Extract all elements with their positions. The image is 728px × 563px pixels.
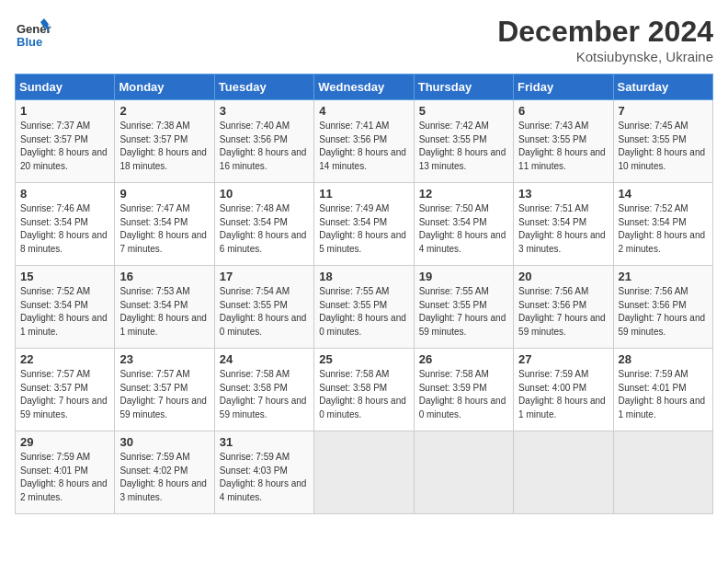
day-number: 19	[419, 270, 508, 283]
day-info: Sunrise: 7:37 AMSunset: 3:57 PMDaylight:…	[20, 120, 109, 173]
day-cell: 17Sunrise: 7:54 AMSunset: 3:55 PMDayligh…	[214, 266, 313, 349]
day-number: 7	[619, 104, 708, 118]
day-info: Sunrise: 7:48 AMSunset: 3:54 PMDaylight:…	[220, 202, 309, 256]
weekday-thursday: Thursday	[414, 75, 513, 100]
svg-text:Blue: Blue	[17, 35, 42, 49]
day-info: Sunrise: 7:59 AMSunset: 4:00 PMDaylight:…	[518, 368, 608, 421]
day-number: 18	[319, 270, 408, 283]
day-info: Sunrise: 7:56 AMSunset: 3:56 PMDaylight:…	[619, 285, 708, 339]
day-number: 21	[619, 270, 708, 283]
day-number: 14	[619, 187, 708, 201]
day-info: Sunrise: 7:57 AMSunset: 3:57 PMDaylight:…	[119, 368, 209, 421]
day-cell: 23Sunrise: 7:57 AMSunset: 3:57 PMDayligh…	[115, 349, 214, 431]
week-row-5: 29Sunrise: 7:59 AMSunset: 4:01 PMDayligh…	[16, 431, 713, 514]
day-cell: 19Sunrise: 7:55 AMSunset: 3:55 PMDayligh…	[414, 266, 513, 349]
logo-icon: General Blue	[15, 15, 51, 52]
weekday-saturday: Saturday	[613, 75, 712, 100]
day-number: 31	[220, 435, 309, 449]
header: General Blue December 2024 Kotsiubynske,…	[15, 15, 713, 64]
day-cell: 2Sunrise: 7:38 AMSunset: 3:57 PMDaylight…	[115, 100, 214, 183]
day-info: Sunrise: 7:58 AMSunset: 3:58 PMDaylight:…	[319, 368, 408, 421]
day-info: Sunrise: 7:40 AMSunset: 3:56 PMDaylight:…	[220, 120, 309, 173]
day-cell: 30Sunrise: 7:59 AMSunset: 4:02 PMDayligh…	[115, 431, 214, 514]
day-info: Sunrise: 7:52 AMSunset: 3:54 PMDaylight:…	[20, 285, 109, 339]
day-cell: 22Sunrise: 7:57 AMSunset: 3:57 PMDayligh…	[16, 349, 115, 431]
day-cell: 7Sunrise: 7:45 AMSunset: 3:55 PMDaylight…	[613, 100, 712, 183]
day-info: Sunrise: 7:57 AMSunset: 3:57 PMDaylight:…	[20, 368, 109, 421]
logo: General Blue	[15, 15, 51, 52]
day-info: Sunrise: 7:42 AMSunset: 3:55 PMDaylight:…	[419, 120, 508, 173]
day-number: 27	[518, 352, 608, 366]
day-number: 24	[220, 352, 309, 366]
day-number: 12	[419, 187, 508, 201]
day-info: Sunrise: 7:45 AMSunset: 3:55 PMDaylight:…	[619, 120, 708, 173]
day-number: 17	[220, 270, 309, 283]
day-info: Sunrise: 7:59 AMSunset: 4:02 PMDaylight:…	[119, 451, 209, 504]
day-number: 6	[518, 104, 608, 118]
day-info: Sunrise: 7:59 AMSunset: 4:03 PMDaylight:…	[220, 451, 309, 504]
day-cell: 3Sunrise: 7:40 AMSunset: 3:56 PMDaylight…	[214, 100, 313, 183]
day-info: Sunrise: 7:41 AMSunset: 3:56 PMDaylight:…	[319, 120, 408, 173]
day-cell: 13Sunrise: 7:51 AMSunset: 3:54 PMDayligh…	[514, 183, 613, 266]
day-cell	[414, 431, 513, 514]
day-cell: 4Sunrise: 7:41 AMSunset: 3:56 PMDaylight…	[314, 100, 414, 183]
day-info: Sunrise: 7:54 AMSunset: 3:55 PMDaylight:…	[220, 285, 309, 339]
day-info: Sunrise: 7:56 AMSunset: 3:56 PMDaylight:…	[518, 285, 608, 339]
day-cell: 5Sunrise: 7:42 AMSunset: 3:55 PMDaylight…	[414, 100, 513, 183]
day-number: 10	[220, 187, 309, 201]
day-cell: 9Sunrise: 7:47 AMSunset: 3:54 PMDaylight…	[115, 183, 214, 266]
day-cell: 11Sunrise: 7:49 AMSunset: 3:54 PMDayligh…	[314, 183, 414, 266]
day-info: Sunrise: 7:55 AMSunset: 3:55 PMDaylight:…	[319, 285, 408, 339]
day-cell	[613, 431, 712, 514]
day-cell: 26Sunrise: 7:58 AMSunset: 3:59 PMDayligh…	[414, 349, 513, 431]
day-number: 4	[319, 104, 408, 118]
calendar-body: 1Sunrise: 7:37 AMSunset: 3:57 PMDaylight…	[16, 100, 713, 514]
day-number: 3	[220, 104, 309, 118]
day-number: 29	[20, 435, 109, 449]
weekday-monday: Monday	[115, 75, 214, 100]
location-title: Kotsiubynske, Ukraine	[497, 49, 713, 64]
day-cell: 28Sunrise: 7:59 AMSunset: 4:01 PMDayligh…	[613, 349, 712, 431]
day-cell: 10Sunrise: 7:48 AMSunset: 3:54 PMDayligh…	[214, 183, 313, 266]
day-cell: 1Sunrise: 7:37 AMSunset: 3:57 PMDaylight…	[16, 100, 115, 183]
week-row-4: 22Sunrise: 7:57 AMSunset: 3:57 PMDayligh…	[16, 349, 713, 431]
day-cell: 25Sunrise: 7:58 AMSunset: 3:58 PMDayligh…	[314, 349, 414, 431]
weekday-header-row: SundayMondayTuesdayWednesdayThursdayFrid…	[16, 75, 713, 100]
day-number: 1	[20, 104, 109, 118]
day-cell: 14Sunrise: 7:52 AMSunset: 3:54 PMDayligh…	[613, 183, 712, 266]
day-info: Sunrise: 7:59 AMSunset: 4:01 PMDaylight:…	[20, 451, 109, 504]
day-number: 2	[119, 104, 209, 118]
calendar-table: SundayMondayTuesdayWednesdayThursdayFrid…	[15, 74, 713, 514]
day-number: 26	[419, 352, 508, 366]
day-number: 28	[619, 352, 708, 366]
day-info: Sunrise: 7:43 AMSunset: 3:55 PMDaylight:…	[518, 120, 608, 173]
day-info: Sunrise: 7:58 AMSunset: 3:58 PMDaylight:…	[220, 368, 309, 421]
day-cell: 24Sunrise: 7:58 AMSunset: 3:58 PMDayligh…	[214, 349, 313, 431]
day-cell	[314, 431, 414, 514]
day-cell: 18Sunrise: 7:55 AMSunset: 3:55 PMDayligh…	[314, 266, 414, 349]
day-number: 25	[319, 352, 408, 366]
day-cell	[514, 431, 613, 514]
day-number: 20	[518, 270, 608, 283]
day-cell: 27Sunrise: 7:59 AMSunset: 4:00 PMDayligh…	[514, 349, 613, 431]
day-number: 15	[20, 270, 109, 283]
day-number: 11	[319, 187, 408, 201]
day-info: Sunrise: 7:53 AMSunset: 3:54 PMDaylight:…	[119, 285, 209, 339]
day-number: 23	[119, 352, 209, 366]
day-cell: 31Sunrise: 7:59 AMSunset: 4:03 PMDayligh…	[214, 431, 313, 514]
day-info: Sunrise: 7:38 AMSunset: 3:57 PMDaylight:…	[119, 120, 209, 173]
day-number: 22	[20, 352, 109, 366]
day-cell: 21Sunrise: 7:56 AMSunset: 3:56 PMDayligh…	[613, 266, 712, 349]
day-info: Sunrise: 7:49 AMSunset: 3:54 PMDaylight:…	[319, 202, 408, 256]
day-info: Sunrise: 7:51 AMSunset: 3:54 PMDaylight:…	[518, 202, 608, 256]
weekday-wednesday: Wednesday	[314, 75, 414, 100]
day-number: 13	[518, 187, 608, 201]
weekday-sunday: Sunday	[16, 75, 115, 100]
day-number: 16	[119, 270, 209, 283]
day-info: Sunrise: 7:55 AMSunset: 3:55 PMDaylight:…	[419, 285, 508, 339]
day-cell: 15Sunrise: 7:52 AMSunset: 3:54 PMDayligh…	[16, 266, 115, 349]
day-cell: 16Sunrise: 7:53 AMSunset: 3:54 PMDayligh…	[115, 266, 214, 349]
day-info: Sunrise: 7:52 AMSunset: 3:54 PMDaylight:…	[619, 202, 708, 256]
day-number: 8	[20, 187, 109, 201]
day-cell: 6Sunrise: 7:43 AMSunset: 3:55 PMDaylight…	[514, 100, 613, 183]
